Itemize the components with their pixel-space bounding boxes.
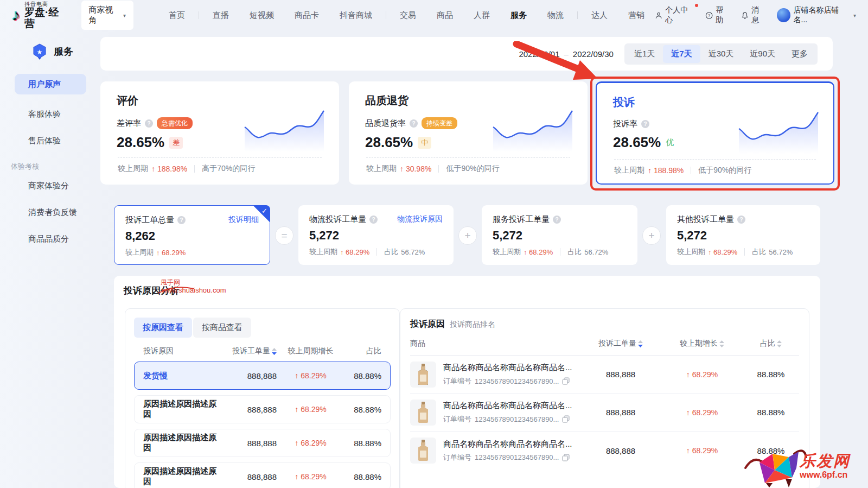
copy-icon[interactable] — [562, 454, 570, 461]
metric-card-complaints[interactable]: 投诉 投诉率 ? 28.65% 优 较上周期 ↑ 188.98% 低于90%的同… — [596, 81, 834, 185]
tab-by-reason[interactable]: 按原因查看 — [134, 318, 192, 338]
nav-item-logistics[interactable]: 物流 — [537, 10, 574, 21]
date-range-picker[interactable]: 2022/09/01 – 2022/09/30 — [519, 49, 614, 59]
messages-menu[interactable]: 消息 — [741, 5, 766, 25]
sort-icon[interactable] — [719, 340, 724, 347]
nav-item-video[interactable]: 短视频 — [239, 10, 284, 21]
product-tickets: 888,888 — [606, 408, 635, 417]
help-circle-icon[interactable]: ? — [410, 119, 418, 128]
help-label: 帮助 — [716, 5, 730, 25]
reason-share: 88.88% — [354, 405, 381, 414]
metric-value: 28.65% — [365, 134, 413, 151]
shop-avatar — [777, 8, 790, 22]
sidebar-item-user-voice[interactable]: 用户原声 — [15, 74, 86, 94]
ticket-card-value: 8,262 — [125, 229, 259, 243]
ticket-card-logistics[interactable]: 物流投诉工单量 ? 物流投诉原因 5,272 较上周期 ↑ 68.29% 占比 … — [298, 205, 454, 265]
col-growth: 较上周期增长 — [288, 346, 334, 356]
reason-growth: ↑ 68.29% — [295, 405, 326, 414]
metric-card-quality-returns[interactable]: 品质退货 品质退货率 ? 持续变差 28.65% 中 较上周期 ↑ 30.98%… — [349, 81, 588, 185]
help-menu[interactable]: ? 帮助 — [705, 5, 730, 25]
peer-comparison: 低于90%的同行 — [698, 166, 751, 175]
help-circle-icon[interactable]: ? — [145, 119, 153, 128]
nav-item-talent[interactable]: 达人 — [581, 10, 618, 21]
order-number: 12345678901234567890... — [475, 415, 559, 423]
app-logo[interactable]: ♪ 抖音电商 罗盘·经营 — [12, 1, 67, 30]
sidebar-item-cs-experience[interactable]: 客服体验 — [0, 101, 100, 128]
reason-row[interactable]: 原因描述原因描述原因 888,888 ↑ 68.29% 88.88% — [134, 395, 391, 423]
reason-share: 88.88% — [354, 371, 381, 381]
sidebar-item-merchant-score[interactable]: 商家体验分 — [0, 173, 100, 199]
reason-row-selected[interactable]: 发货慢 888,888 ↑ 68.29% 88.88% — [134, 362, 391, 390]
tiktok-note-icon: ♪ — [12, 7, 20, 23]
range-button-90d[interactable]: 近90天 — [742, 45, 783, 63]
reason-name: 原因描述原因描述原因 — [143, 399, 222, 420]
divider — [614, 159, 816, 160]
product-row[interactable]: 商品名称商品名称商品名称商品名... 订单编号 1234567890123456… — [410, 394, 799, 432]
sort-icon[interactable] — [272, 348, 277, 355]
sidebar-item-aftersale-experience[interactable]: 售后体验 — [0, 128, 100, 154]
product-table-header: 商品 投诉工单量 较上期增长 占比 — [410, 339, 799, 356]
sidebar-item-product-quality-score[interactable]: 商品品质分 — [0, 226, 100, 252]
range-button-1d[interactable]: 近1天 — [626, 45, 663, 63]
sidebar-item-negative-feedback[interactable]: 消费者负反馈 — [0, 199, 100, 226]
product-row[interactable]: 商品名称商品名称商品名称商品名... 订单编号 1234567890123456… — [410, 356, 799, 394]
nav-item-live[interactable]: 直播 — [202, 10, 239, 21]
col-share: 占比 — [366, 346, 381, 356]
ticket-card-total[interactable]: ✓ 投诉工单总量 ? 投诉明细 8,262 较上周期 ↑ 68.29% — [114, 205, 270, 265]
nav-item-home[interactable]: 首页 — [158, 10, 195, 21]
sort-icon[interactable] — [777, 340, 782, 347]
copy-icon[interactable] — [562, 377, 570, 385]
view-switcher-button[interactable]: 商家视角 ▾ — [81, 1, 133, 30]
divider — [376, 248, 377, 256]
reason-panel: 按原因查看 按商品查看 投诉原因 投诉工单量 较上周期增长 占比 发货慢 888… — [125, 308, 400, 488]
bull-logo — [742, 445, 807, 488]
help-circle-icon[interactable]: ? — [641, 120, 649, 128]
logistics-reason-link[interactable]: 物流投诉原因 — [397, 214, 443, 224]
reason-row[interactable]: 原因描述原因描述原因 888,888 ↑ 68.29% 88.88% — [134, 462, 391, 488]
help-circle-icon[interactable]: ? — [369, 216, 378, 224]
ticket-card-other[interactable]: 其他投诉工单量 ? 5,272 较上周期 ↑ 68.29% 占比 56.72% — [666, 205, 820, 265]
divider — [560, 248, 560, 256]
status-badge: 急需优化 — [157, 117, 193, 129]
range-button-7d[interactable]: 近7天 — [663, 45, 700, 63]
compare-label: 较上周期 — [614, 166, 644, 175]
trend-sparkline — [492, 106, 573, 153]
range-button-30d[interactable]: 近30天 — [700, 45, 742, 63]
product-tickets: 888,888 — [606, 446, 635, 455]
range-button-more[interactable]: 更多 — [783, 45, 816, 63]
help-circle-icon[interactable]: ? — [177, 216, 186, 224]
trend-sparkline — [244, 106, 325, 153]
tab-by-product[interactable]: 按商品查看 — [193, 318, 251, 338]
svg-text:?: ? — [708, 13, 710, 18]
ticket-card-service[interactable]: 服务投诉工单量 ? 5,272 较上周期 ↑ 68.29% 占比 56.72% — [482, 205, 637, 265]
nav-item-mall[interactable]: 抖音商城 — [329, 10, 382, 21]
reason-name: 原因描述原因描述原因 — [143, 433, 222, 453]
product-thumbnail — [410, 400, 436, 426]
compare-value: ↑ 68.29% — [524, 248, 553, 256]
nav-item-audience[interactable]: 人群 — [463, 10, 500, 21]
reason-table-header: 投诉原因 投诉工单量 较上周期增长 占比 — [134, 346, 391, 356]
share-label: 占比 — [384, 247, 398, 257]
nav-item-marketing[interactable]: 营销 — [618, 10, 655, 21]
compare-label: 较上周期 — [118, 164, 148, 174]
compare-value: ↑ 68.29% — [156, 249, 186, 257]
compare-value: ↑ 68.29% — [340, 248, 369, 256]
nav-item-productcard[interactable]: 商品卡 — [284, 10, 329, 21]
nav-item-product[interactable]: 商品 — [426, 10, 463, 21]
reason-row[interactable]: 原因描述原因描述原因 888,888 ↑ 68.29% 88.88% — [134, 429, 391, 457]
help-circle-icon[interactable]: ? — [737, 216, 745, 224]
col-product: 商品 — [410, 339, 580, 348]
sort-icon[interactable] — [638, 340, 643, 347]
plus-operator-icon: + — [642, 226, 661, 245]
reason-share: 88.88% — [354, 439, 381, 448]
compare-label: 较上周期 — [125, 248, 154, 257]
profile-menu[interactable]: 个人中心 — [655, 5, 694, 25]
shop-switcher[interactable]: 店铺名称店铺名... ▾ — [777, 5, 856, 25]
nav-item-trade[interactable]: 交易 — [390, 10, 426, 21]
help-circle-icon[interactable]: ? — [553, 216, 561, 224]
copy-icon[interactable] — [562, 415, 570, 423]
product-share: 88.88% — [757, 370, 785, 379]
product-row[interactable]: 商品名称商品名称商品名称商品名... 订单编号 1234567890123456… — [410, 432, 799, 470]
metric-card-reviews[interactable]: 评价 差评率 ? 急需优化 28.65% 差 较上周期 ↑ 188.98% 高于… — [100, 81, 339, 185]
nav-item-service[interactable]: 服务 — [500, 10, 537, 21]
